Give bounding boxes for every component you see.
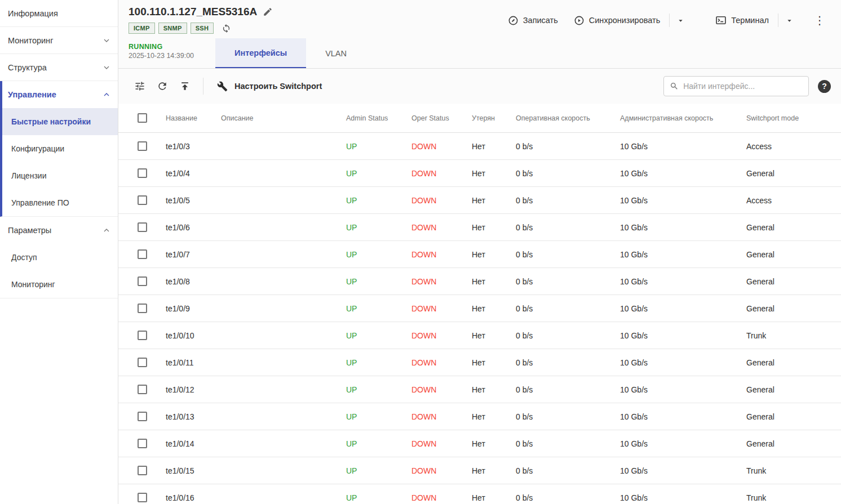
select-all-checkbox[interactable] [138,113,147,123]
row-checkbox[interactable] [138,439,147,448]
chevron-up-icon [103,227,110,234]
cell-lost: Нет [472,169,516,178]
column-header-description[interactable]: Описание [221,114,346,122]
cell-admin-speed: 10 Gb/s [620,358,746,367]
cell-interface-name: te1/0/10 [166,331,221,340]
row-checkbox[interactable] [138,304,147,313]
column-header-admin-status[interactable]: Admin Status [346,114,411,122]
table-body: te1/0/3 UP DOWN Нет 0 b/s 10 Gb/s Access… [118,133,841,504]
column-header-oper-status[interactable]: Oper Status [411,114,472,122]
row-checkbox[interactable] [138,222,147,232]
synchronize-icon [574,15,585,26]
cell-oper-status: DOWN [411,385,472,394]
row-checkbox[interactable] [138,358,147,367]
cell-lost: Нет [472,493,516,502]
edit-title-icon[interactable] [263,7,273,17]
row-checkbox[interactable] [138,195,147,205]
sidebar-item-label: Информация [8,9,58,18]
column-header-admin-speed[interactable]: Административная скорость [620,114,746,122]
table-row[interactable]: te1/0/5 UP DOWN Нет 0 b/s 10 Gb/s Access [118,187,841,214]
table-row[interactable]: te1/0/6 UP DOWN Нет 0 b/s 10 Gb/s Genera… [118,214,841,241]
table-row[interactable]: te1/0/16 UP DOWN Нет 0 b/s 10 Gb/s Trunk [118,484,841,504]
upload-button[interactable] [174,75,196,97]
table-row[interactable]: te1/0/10 UP DOWN Нет 0 b/s 10 Gb/s Trunk [118,322,841,349]
cell-lost: Нет [472,358,516,367]
cell-oper-speed: 0 b/s [516,331,620,340]
cell-switchport-mode: General [746,169,841,178]
row-checkbox[interactable] [138,249,147,259]
cell-switchport-mode: Trunk [746,331,841,340]
synchronize-dropdown-caret[interactable] [672,14,689,27]
table-row[interactable]: te1/0/13 UP DOWN Нет 0 b/s 10 Gb/s Gener… [118,403,841,430]
sidebar-item-quick-settings[interactable]: Быстрые настройки [2,108,118,135]
cell-interface-name: te1/0/8 [166,277,221,286]
cell-oper-speed: 0 b/s [516,466,620,475]
sidebar-item-access[interactable]: Доступ [0,244,118,271]
sidebar-item-configurations[interactable]: Конфигурации [2,135,118,162]
sidebar-item-software-management[interactable]: Управление ПО [2,189,118,216]
help-icon[interactable]: ? [818,80,831,93]
cell-lost: Нет [472,250,516,259]
cell-oper-speed: 0 b/s [516,304,620,313]
divider [778,14,778,27]
row-checkbox[interactable] [138,276,147,286]
table-row[interactable]: te1/0/9 UP DOWN Нет 0 b/s 10 Gb/s Genera… [118,295,841,322]
sidebar-item-parameters[interactable]: Параметры [0,217,118,244]
table-row[interactable]: te1/0/11 UP DOWN Нет 0 b/s 10 Gb/s Gener… [118,349,841,376]
column-header-name[interactable]: Название [166,114,221,122]
table-row[interactable]: te1/0/7 UP DOWN Нет 0 b/s 10 Gb/s Genera… [118,241,841,268]
column-header-oper-speed[interactable]: Оперативная скорость [516,114,620,122]
cell-admin-status: UP [346,466,411,475]
sidebar-item-information[interactable]: Информация [0,0,118,27]
terminal-dropdown-caret[interactable] [781,14,798,27]
table-row[interactable]: te1/0/8 UP DOWN Нет 0 b/s 10 Gb/s Genera… [118,268,841,295]
cell-oper-status: DOWN [411,439,472,448]
protocol-badge-snmp: SNMP [158,23,187,34]
row-checkbox[interactable] [138,331,147,340]
table-toolbar: Настроить Switchport ? [118,69,841,104]
synchronize-button[interactable]: Синхронизировать [567,12,667,29]
sidebar-item-management[interactable]: Управление [2,81,118,108]
cell-admin-status: UP [346,304,411,313]
cell-admin-speed: 10 Gb/s [620,439,746,448]
row-checkbox[interactable] [138,466,147,475]
search-input[interactable] [683,82,803,91]
row-checkbox[interactable] [138,385,147,394]
app: Информация Мониторинг Структура Управлен… [0,0,841,504]
write-button[interactable]: Записать [501,12,565,29]
tab-interfaces[interactable]: Интерфейсы [215,38,306,68]
more-options-icon[interactable]: ⋮ [808,12,831,28]
cell-interface-name: te1/0/4 [166,169,221,178]
cell-switchport-mode: General [746,277,841,286]
table-row[interactable]: te1/0/14 UP DOWN Нет 0 b/s 10 Gb/s Gener… [118,430,841,457]
sidebar-item-licenses[interactable]: Лицензии [2,162,118,189]
cell-interface-name: te1/0/3 [166,142,221,151]
refresh-table-button[interactable] [151,75,174,97]
table-row[interactable]: te1/0/15 UP DOWN Нет 0 b/s 10 Gb/s Trunk [118,457,841,484]
sidebar-item-monitoring-sub[interactable]: Мониторинг [0,271,118,298]
configure-switchport-label: Настроить Switchport [234,82,322,91]
cell-admin-status: UP [346,196,411,205]
row-checkbox[interactable] [138,412,147,421]
sidebar-item-structure[interactable]: Структура [0,54,118,81]
table-row[interactable]: te1/0/4 UP DOWN Нет 0 b/s 10 Gb/s Genera… [118,160,841,187]
cell-interface-name: te1/0/9 [166,304,221,313]
terminal-button[interactable]: Терминал [709,11,776,29]
cell-oper-status: DOWN [411,250,472,259]
configure-switchport-button[interactable]: Настроить Switchport [210,77,329,96]
row-checkbox[interactable] [138,168,147,178]
column-header-switchport-mode[interactable]: Switchport mode [746,114,841,122]
cell-admin-status: UP [346,277,411,286]
column-header-lost[interactable]: Утерян [472,114,516,122]
tab-vlan[interactable]: VLAN [306,38,366,68]
cell-admin-status: UP [346,169,411,178]
filter-columns-button[interactable] [129,75,151,97]
terminal-label: Терминал [731,16,769,25]
table-row[interactable]: te1/0/3 UP DOWN Нет 0 b/s 10 Gb/s Access [118,133,841,160]
row-checkbox[interactable] [138,141,147,151]
table-row[interactable]: te1/0/12 UP DOWN Нет 0 b/s 10 Gb/s Gener… [118,376,841,403]
refresh-status-icon[interactable] [222,24,231,33]
sidebar-item-monitoring[interactable]: Мониторинг [0,27,118,54]
chevron-down-icon [103,37,110,44]
row-checkbox[interactable] [138,493,147,502]
